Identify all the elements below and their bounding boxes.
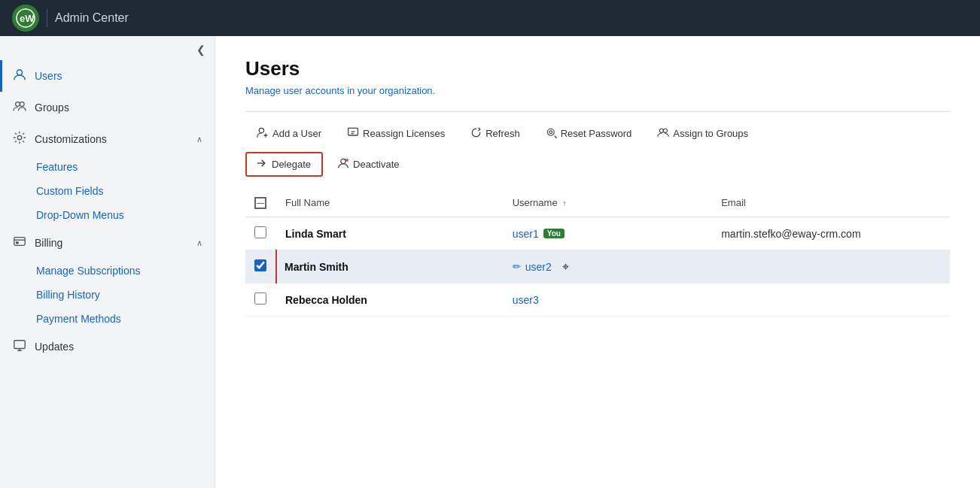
toolbar-row2: Delegate Deactivate	[245, 152, 950, 177]
header-title: Admin Center	[55, 11, 129, 25]
svg-point-11	[547, 129, 554, 135]
sidebar-item-groups[interactable]: Groups	[0, 92, 215, 123]
billing-chevron: ∧	[196, 238, 202, 248]
sidebar-item-dropdown-menus[interactable]: Drop-Down Menus	[36, 203, 215, 227]
logo-icon: eW	[12, 5, 39, 32]
page-title: Users	[245, 57, 950, 80]
row-email-martin	[712, 250, 950, 283]
reset-password-icon	[546, 127, 557, 141]
customizations-icon	[12, 131, 27, 147]
svg-point-14	[664, 129, 668, 132]
svg-point-4	[20, 102, 24, 107]
sidebar-item-updates[interactable]: Updates	[0, 331, 215, 362]
delegate-label: Delegate	[272, 159, 311, 170]
add-user-button[interactable]: Add a User	[245, 121, 333, 146]
table-row: Martin Smith ✏ user2 ⌖	[245, 250, 950, 283]
sidebar-item-billing-label: Billing	[35, 237, 189, 249]
delegate-icon	[257, 158, 268, 171]
refresh-label: Refresh	[485, 128, 520, 139]
sidebar-item-groups-label: Groups	[35, 102, 202, 114]
you-badge: You	[543, 229, 565, 238]
content-area: Users Manage user accounts in your organ…	[215, 36, 980, 488]
svg-point-5	[17, 135, 21, 139]
header-fullname[interactable]: Full Name	[276, 189, 504, 217]
page-subtitle: Manage user accounts in your organizatio…	[245, 85, 950, 96]
header-divider	[47, 9, 47, 27]
customizations-chevron: ∧	[196, 135, 202, 144]
main-layout: ❮ Users Groups	[0, 36, 980, 488]
svg-text:eW: eW	[20, 13, 35, 24]
table-row: Rebecca Holden user3	[245, 283, 950, 317]
deactivate-icon	[337, 157, 349, 171]
sidebar-billing-sub: Manage Subscriptions Billing History Pay…	[0, 259, 215, 331]
sidebar: ❮ Users Groups	[0, 36, 215, 488]
groups-icon	[12, 99, 27, 116]
row-email-rebecca	[712, 283, 950, 317]
svg-point-12	[549, 130, 552, 133]
reset-password-label: Reset Password	[561, 128, 632, 139]
svg-point-9	[259, 128, 263, 132]
svg-point-13	[660, 129, 664, 132]
row-email-linda: martin.stefko@eway-crm.com	[712, 217, 950, 250]
users-table: Full Name Username ↑ Email	[245, 189, 950, 317]
refresh-button[interactable]: Refresh	[459, 122, 531, 146]
cursor-indicator: ⌖	[562, 260, 569, 274]
sidebar-item-billing[interactable]: Billing ∧	[0, 227, 215, 259]
row-username-rebecca: user3	[504, 283, 713, 317]
username-sort-icon: ↑	[562, 199, 567, 208]
updates-icon	[12, 338, 27, 355]
header-checkbox[interactable]	[254, 197, 266, 209]
row-fullname-rebecca: Rebecca Holden	[276, 283, 504, 317]
sidebar-item-payment-methods[interactable]: Payment Methods	[36, 307, 215, 331]
billing-icon	[12, 235, 27, 251]
sidebar-item-billing-history[interactable]: Billing History	[36, 283, 215, 307]
svg-point-2	[17, 70, 22, 75]
sidebar-collapse-button[interactable]: ❮	[0, 36, 215, 60]
table-row: Linda Smart user1 You martin.stefko@eway…	[245, 217, 950, 250]
toolbar-row1: Add a User Reassign Licenses	[245, 121, 950, 146]
add-user-label: Add a User	[272, 128, 321, 139]
svg-rect-7	[17, 242, 19, 244]
svg-rect-8	[14, 341, 25, 349]
sidebar-item-customizations[interactable]: Customizations ∧	[0, 123, 215, 155]
sidebar-item-updates-label: Updates	[35, 341, 202, 353]
row-checkbox-cell-linda[interactable]	[245, 217, 276, 250]
edit-icon[interactable]: ✏	[513, 261, 521, 272]
reassign-licenses-button[interactable]: Reassign Licenses	[336, 121, 456, 146]
header-checkbox-cell[interactable]	[245, 189, 276, 217]
header-email[interactable]: Email	[712, 189, 950, 217]
row-username-linda: user1 You	[504, 217, 713, 250]
sidebar-item-features[interactable]: Features	[36, 155, 215, 179]
assign-groups-icon	[657, 126, 669, 141]
delegate-button[interactable]: Delegate	[245, 152, 323, 177]
sidebar-item-users-label: Users	[35, 70, 202, 82]
svg-point-16	[341, 159, 345, 163]
header-username[interactable]: Username ↑	[504, 189, 713, 217]
row-fullname-martin: Martin Smith	[276, 250, 504, 283]
sidebar-item-manage-subscriptions[interactable]: Manage Subscriptions	[36, 259, 215, 283]
sidebar-item-custom-fields[interactable]: Custom Fields	[36, 179, 215, 203]
sidebar-item-users[interactable]: Users	[0, 60, 215, 92]
sidebar-customizations-sub: Features Custom Fields Drop-Down Menus	[0, 155, 215, 227]
logo-area: eW Admin Center	[12, 5, 129, 32]
svg-point-3	[16, 102, 20, 107]
toolbar-divider	[245, 111, 950, 112]
row-username-martin: ✏ user2 ⌖	[504, 250, 713, 283]
assign-to-groups-button[interactable]: Assign to Groups	[646, 121, 759, 146]
svg-rect-6	[14, 238, 25, 246]
users-icon	[12, 68, 27, 84]
assign-to-groups-label: Assign to Groups	[673, 128, 748, 139]
row-checkbox-cell-rebecca[interactable]	[245, 283, 276, 317]
deactivate-button[interactable]: Deactivate	[326, 152, 410, 177]
reassign-licenses-icon	[347, 126, 359, 141]
row-checkbox-rebecca[interactable]	[254, 292, 266, 305]
refresh-icon	[470, 127, 482, 141]
row-checkbox-cell-martin[interactable]	[245, 250, 276, 283]
row-checkbox-linda[interactable]	[254, 226, 266, 238]
reassign-licenses-label: Reassign Licenses	[363, 128, 445, 139]
row-fullname-linda: Linda Smart	[276, 217, 504, 250]
sidebar-item-customizations-label: Customizations	[35, 133, 189, 145]
top-header: eW Admin Center	[0, 0, 980, 36]
reset-password-button[interactable]: Reset Password	[534, 122, 644, 146]
row-checkbox-martin[interactable]	[254, 259, 266, 271]
